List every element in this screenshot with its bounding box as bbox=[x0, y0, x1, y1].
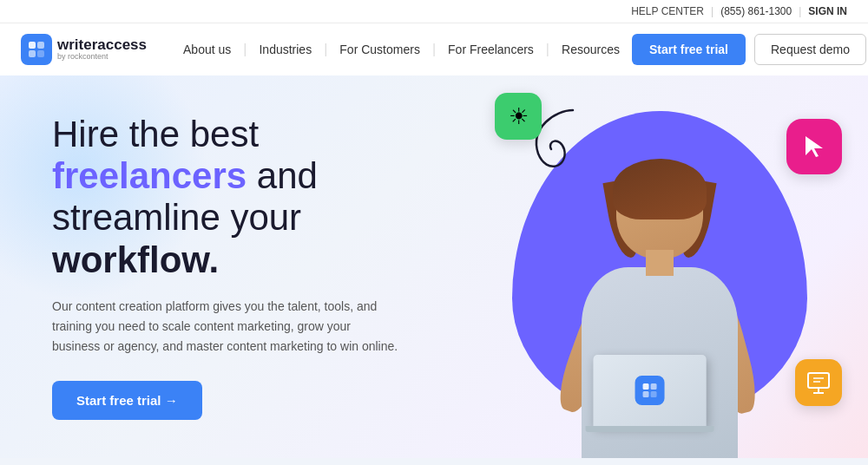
hero-description: Our content creation platform gives you … bbox=[52, 297, 399, 357]
nav-for-customers[interactable]: For Customers bbox=[327, 23, 432, 75]
navbar: writeraccess by rockcontent About us | I… bbox=[0, 23, 868, 75]
signin-link[interactable]: SIGN IN bbox=[808, 5, 847, 17]
svg-rect-14 bbox=[643, 383, 649, 390]
svg-rect-0 bbox=[29, 42, 36, 49]
nav-for-freelancers[interactable]: For Freelancers bbox=[436, 23, 546, 75]
hero-title: Hire the best freelancers and streamline… bbox=[52, 114, 399, 281]
hero-section: Hire the best freelancers and streamline… bbox=[0, 75, 868, 458]
divider1: | bbox=[711, 5, 713, 17]
svg-rect-3 bbox=[37, 50, 44, 57]
svg-rect-1 bbox=[37, 42, 44, 49]
floating-sun-icon: ☀ bbox=[495, 93, 542, 140]
hero-title-line3: streamline your bbox=[52, 197, 301, 238]
hero-image-area: ☀ bbox=[451, 75, 868, 458]
hero-title-line1: Hire the best bbox=[52, 114, 259, 154]
top-bar: HELP CENTER | (855) 861-1300 | SIGN IN bbox=[0, 0, 868, 23]
help-center-label[interactable]: HELP CENTER bbox=[631, 5, 704, 17]
svg-rect-16 bbox=[643, 391, 649, 397]
request-demo-button[interactable]: Request demo bbox=[754, 34, 866, 65]
divider2: | bbox=[799, 5, 801, 17]
svg-rect-2 bbox=[29, 50, 36, 57]
nav-links: About us | Industries | For Customers | … bbox=[171, 23, 632, 75]
phone-number[interactable]: (855) 861-1300 bbox=[720, 5, 792, 17]
floating-presentation-icon bbox=[795, 359, 842, 406]
logo-text: writeraccess by rockcontent bbox=[57, 37, 147, 62]
hero-content: Hire the best freelancers and streamline… bbox=[0, 114, 451, 420]
start-free-trial-nav-button[interactable]: Start free trial bbox=[632, 34, 746, 65]
svg-rect-9 bbox=[808, 373, 829, 388]
nav-actions: Start free trial Request demo EN bbox=[632, 34, 868, 65]
logo-icon bbox=[21, 34, 52, 65]
nav-industries[interactable]: Industries bbox=[247, 23, 324, 75]
hero-title-bold: workflow. bbox=[52, 239, 219, 280]
hero-title-highlight: freelancers bbox=[52, 155, 247, 196]
svg-rect-17 bbox=[651, 391, 657, 397]
logo[interactable]: writeraccess by rockcontent bbox=[21, 34, 147, 65]
svg-rect-15 bbox=[651, 383, 657, 390]
floating-cursor-icon bbox=[786, 119, 842, 174]
nav-resources[interactable]: Resources bbox=[549, 23, 632, 75]
nav-about-us[interactable]: About us bbox=[171, 23, 243, 75]
start-free-trial-cta-button[interactable]: Start free trial → bbox=[52, 381, 202, 420]
